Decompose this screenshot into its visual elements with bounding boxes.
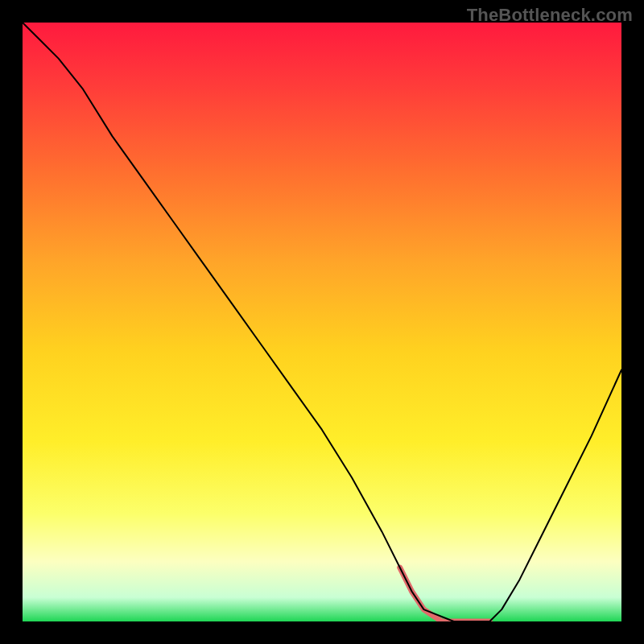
chart-background [23, 23, 621, 621]
chart-plot-area [23, 23, 621, 621]
watermark-text: TheBottleneck.com [467, 5, 633, 26]
chart-svg [23, 23, 621, 621]
chart-frame: TheBottleneck.com [0, 0, 644, 644]
